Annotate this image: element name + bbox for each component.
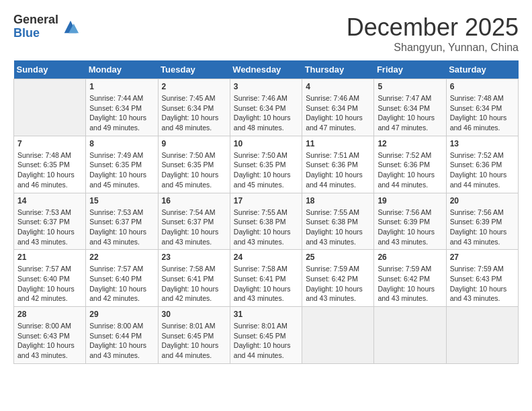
day-info: Sunrise: 8:00 AM Sunset: 6:44 PM Dayligh… [89,321,154,361]
calendar-cell [446,307,518,364]
day-number: 31 [234,310,298,319]
calendar-cell [14,79,86,136]
calendar-cell: 17Sunrise: 7:55 AM Sunset: 6:38 PM Dayli… [230,193,302,250]
calendar-cell: 26Sunrise: 7:59 AM Sunset: 6:42 PM Dayli… [374,250,446,307]
calendar-cell: 30Sunrise: 8:01 AM Sunset: 6:45 PM Dayli… [158,307,230,364]
day-number: 16 [162,196,226,205]
calendar-week-row: 7Sunrise: 7:48 AM Sunset: 6:35 PM Daylig… [14,136,519,193]
calendar-cell: 1Sunrise: 7:44 AM Sunset: 6:34 PM Daylig… [86,79,158,136]
day-info: Sunrise: 7:57 AM Sunset: 6:40 PM Dayligh… [17,264,82,304]
day-info: Sunrise: 7:58 AM Sunset: 6:41 PM Dayligh… [162,264,226,304]
calendar-cell [302,307,374,364]
day-info: Sunrise: 8:01 AM Sunset: 6:45 PM Dayligh… [162,321,226,361]
day-info: Sunrise: 7:51 AM Sunset: 6:36 PM Dayligh… [306,150,370,190]
day-number: 6 [450,82,515,91]
day-info: Sunrise: 7:48 AM Sunset: 6:34 PM Dayligh… [450,93,515,133]
calendar-cell: 23Sunrise: 7:58 AM Sunset: 6:41 PM Dayli… [158,250,230,307]
day-number: 24 [234,253,298,262]
calendar-week-row: 28Sunrise: 8:00 AM Sunset: 6:43 PM Dayli… [14,307,519,364]
day-info: Sunrise: 7:59 AM Sunset: 6:42 PM Dayligh… [306,264,370,304]
day-of-week-header: Thursday [302,60,374,79]
day-info: Sunrise: 7:57 AM Sunset: 6:40 PM Dayligh… [89,264,154,304]
calendar-cell: 18Sunrise: 7:55 AM Sunset: 6:38 PM Dayli… [302,193,374,250]
day-number: 22 [89,253,154,262]
calendar-cell: 24Sunrise: 7:58 AM Sunset: 6:41 PM Dayli… [230,250,302,307]
day-of-week-header: Sunday [14,60,86,79]
page-header: General Blue December 2025 Shangyun, Yun… [13,13,519,54]
day-number: 20 [450,196,515,205]
month-title: December 2025 [347,13,519,42]
day-number: 8 [89,139,154,148]
day-number: 26 [378,253,442,262]
calendar-cell: 16Sunrise: 7:54 AM Sunset: 6:37 PM Dayli… [158,193,230,250]
day-info: Sunrise: 7:52 AM Sunset: 6:36 PM Dayligh… [378,150,442,190]
day-info: Sunrise: 7:59 AM Sunset: 6:42 PM Dayligh… [378,264,442,304]
day-number: 5 [378,82,442,91]
day-info: Sunrise: 7:55 AM Sunset: 6:38 PM Dayligh… [306,208,370,247]
day-info: Sunrise: 8:01 AM Sunset: 6:45 PM Dayligh… [234,321,298,361]
day-number: 18 [306,196,370,205]
day-info: Sunrise: 7:47 AM Sunset: 6:34 PM Dayligh… [378,93,442,133]
calendar-week-row: 14Sunrise: 7:53 AM Sunset: 6:37 PM Dayli… [14,193,519,250]
calendar-cell: 22Sunrise: 7:57 AM Sunset: 6:40 PM Dayli… [86,250,158,307]
calendar-cell: 8Sunrise: 7:49 AM Sunset: 6:35 PM Daylig… [86,136,158,193]
day-number: 7 [17,139,82,148]
title-block: December 2025 Shangyun, Yunnan, China [347,13,519,54]
calendar-cell: 2Sunrise: 7:45 AM Sunset: 6:34 PM Daylig… [158,79,230,136]
day-number: 10 [234,139,298,148]
day-number: 2 [162,82,226,91]
calendar-week-row: 1Sunrise: 7:44 AM Sunset: 6:34 PM Daylig… [14,79,519,136]
day-number: 3 [234,82,298,91]
day-number: 9 [162,139,226,148]
calendar-cell: 29Sunrise: 8:00 AM Sunset: 6:44 PM Dayli… [86,307,158,364]
day-info: Sunrise: 7:58 AM Sunset: 6:41 PM Dayligh… [234,264,298,304]
calendar-cell: 9Sunrise: 7:50 AM Sunset: 6:35 PM Daylig… [158,136,230,193]
calendar-cell: 4Sunrise: 7:46 AM Sunset: 6:34 PM Daylig… [302,79,374,136]
day-info: Sunrise: 7:50 AM Sunset: 6:35 PM Dayligh… [162,150,226,190]
calendar-cell: 20Sunrise: 7:56 AM Sunset: 6:39 PM Dayli… [446,193,518,250]
calendar-cell: 6Sunrise: 7:48 AM Sunset: 6:34 PM Daylig… [446,79,518,136]
calendar-body: 1Sunrise: 7:44 AM Sunset: 6:34 PM Daylig… [14,79,519,364]
day-number: 29 [89,310,154,319]
day-info: Sunrise: 7:50 AM Sunset: 6:35 PM Dayligh… [234,150,298,190]
day-info: Sunrise: 7:48 AM Sunset: 6:35 PM Dayligh… [17,150,82,190]
calendar-cell: 5Sunrise: 7:47 AM Sunset: 6:34 PM Daylig… [374,79,446,136]
day-info: Sunrise: 7:59 AM Sunset: 6:43 PM Dayligh… [450,264,515,304]
day-of-week-header: Wednesday [230,60,302,79]
day-number: 14 [17,196,82,205]
calendar-cell: 27Sunrise: 7:59 AM Sunset: 6:43 PM Dayli… [446,250,518,307]
calendar-week-row: 21Sunrise: 7:57 AM Sunset: 6:40 PM Dayli… [14,250,519,307]
calendar-cell: 11Sunrise: 7:51 AM Sunset: 6:36 PM Dayli… [302,136,374,193]
day-info: Sunrise: 7:46 AM Sunset: 6:34 PM Dayligh… [234,93,298,133]
day-number: 4 [306,82,370,91]
day-info: Sunrise: 7:44 AM Sunset: 6:34 PM Dayligh… [89,93,154,133]
day-number: 30 [162,310,226,319]
calendar-cell: 12Sunrise: 7:52 AM Sunset: 6:36 PM Dayli… [374,136,446,193]
logo-general-text: General [13,13,58,27]
calendar-cell [374,307,446,364]
day-of-week-header: Friday [374,60,446,79]
calendar-cell: 21Sunrise: 7:57 AM Sunset: 6:40 PM Dayli… [14,250,86,307]
location-title: Shangyun, Yunnan, China [347,42,519,54]
day-number: 17 [234,196,298,205]
day-info: Sunrise: 7:53 AM Sunset: 6:37 PM Dayligh… [17,208,82,247]
calendar-header-row: SundayMondayTuesdayWednesdayThursdayFrid… [14,60,519,79]
day-info: Sunrise: 7:55 AM Sunset: 6:38 PM Dayligh… [234,208,298,247]
day-number: 13 [450,139,515,148]
day-number: 11 [306,139,370,148]
day-number: 23 [162,253,226,262]
day-of-week-header: Tuesday [158,60,230,79]
day-info: Sunrise: 7:53 AM Sunset: 6:37 PM Dayligh… [89,208,154,247]
day-number: 19 [378,196,442,205]
calendar-cell: 19Sunrise: 7:56 AM Sunset: 6:39 PM Dayli… [374,193,446,250]
day-info: Sunrise: 8:00 AM Sunset: 6:43 PM Dayligh… [17,321,82,361]
day-number: 28 [17,310,82,319]
calendar-cell: 14Sunrise: 7:53 AM Sunset: 6:37 PM Dayli… [14,193,86,250]
calendar-cell: 13Sunrise: 7:52 AM Sunset: 6:36 PM Dayli… [446,136,518,193]
day-info: Sunrise: 7:56 AM Sunset: 6:39 PM Dayligh… [450,208,515,247]
day-info: Sunrise: 7:49 AM Sunset: 6:35 PM Dayligh… [89,150,154,190]
day-number: 27 [450,253,515,262]
day-number: 15 [89,196,154,205]
day-info: Sunrise: 7:46 AM Sunset: 6:34 PM Dayligh… [306,93,370,133]
day-of-week-header: Monday [86,60,158,79]
